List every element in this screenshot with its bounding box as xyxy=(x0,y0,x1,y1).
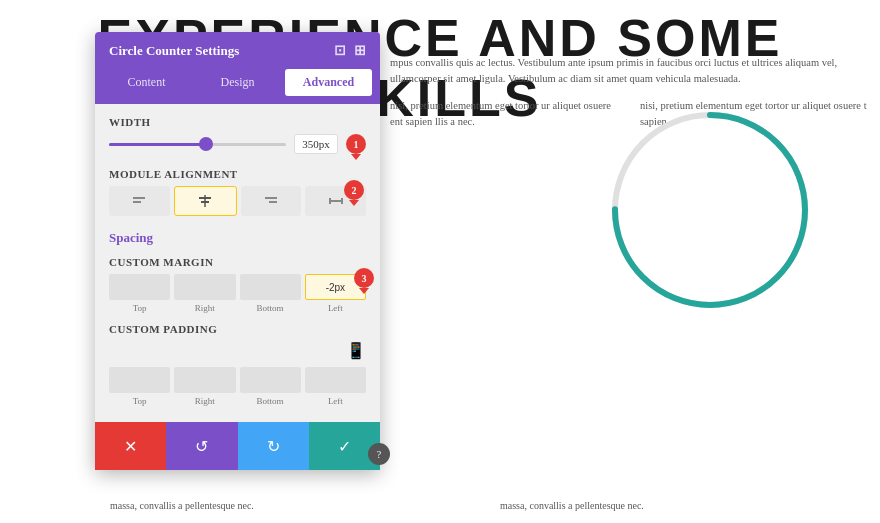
minimize-icon[interactable]: ⊡ xyxy=(334,42,346,59)
tab-design[interactable]: Design xyxy=(194,69,281,96)
spacing-heading: Spacing xyxy=(109,230,366,246)
padding-left: Left xyxy=(305,367,366,406)
margin-right: Right xyxy=(174,274,235,313)
padding-top: Top xyxy=(109,367,170,406)
undo-button[interactable]: ↺ xyxy=(166,422,237,470)
margin-bottom-label: Bottom xyxy=(257,303,284,313)
expand-icon[interactable]: ⊞ xyxy=(354,42,366,59)
svg-rect-7 xyxy=(265,197,277,199)
margin-grid: Top Right Bottom Left xyxy=(109,274,366,313)
margin-left-label: Left xyxy=(328,303,343,313)
help-tooltip[interactable]: ? xyxy=(368,443,390,465)
padding-label: Custom Padding xyxy=(109,323,366,335)
circle-counter xyxy=(600,100,820,320)
margin-right-label: Right xyxy=(195,303,215,313)
panel-tabs: Content Design Advanced xyxy=(95,69,380,104)
padding-right-input[interactable] xyxy=(174,367,235,393)
padding-left-label: Left xyxy=(328,396,343,406)
step-badge-1: 1 xyxy=(346,134,366,154)
panel-header-icons: ⊡ ⊞ xyxy=(334,42,366,59)
panel-title: Circle Counter Settings xyxy=(109,43,239,59)
step-badge-2: 2 xyxy=(344,180,364,200)
save-icon: ✓ xyxy=(338,437,351,456)
device-icon[interactable]: 📱 xyxy=(346,341,366,360)
width-label: Width xyxy=(109,116,366,128)
margin-top: Top xyxy=(109,274,170,313)
align-left-btn[interactable] xyxy=(109,186,170,216)
margin-top-input[interactable] xyxy=(109,274,170,300)
undo-icon: ↺ xyxy=(195,437,208,456)
panel-body: Width 350px 1 Module Alignment xyxy=(95,104,380,422)
tab-advanced[interactable]: Advanced xyxy=(285,69,372,96)
margin-bottom: Bottom xyxy=(240,274,301,313)
align-right-btn[interactable] xyxy=(241,186,302,216)
width-slider-row: 350px 1 xyxy=(109,134,366,154)
alignment-row: 2 xyxy=(109,186,366,216)
padding-bottom-input[interactable] xyxy=(240,367,301,393)
padding-right: Right xyxy=(174,367,235,406)
padding-grid: Top Right Bottom Left xyxy=(109,367,366,406)
tab-content[interactable]: Content xyxy=(103,69,190,96)
padding-top-label: Top xyxy=(133,396,147,406)
width-slider-fill xyxy=(109,143,206,146)
padding-top-input[interactable] xyxy=(109,367,170,393)
redo-icon: ↻ xyxy=(267,437,280,456)
cancel-button[interactable]: ✕ xyxy=(95,422,166,470)
align-center-btn[interactable] xyxy=(174,186,237,216)
margin-right-input[interactable] xyxy=(174,274,235,300)
alignment-label: Module Alignment xyxy=(109,168,366,180)
padding-bottom-label: Bottom xyxy=(257,396,284,406)
padding-bottom: Bottom xyxy=(240,367,301,406)
save-button[interactable]: ✓ xyxy=(309,422,380,470)
panel-footer: ✕ ↺ ↻ ✓ xyxy=(95,422,380,470)
padding-right-label: Right xyxy=(195,396,215,406)
redo-button[interactable]: ↻ xyxy=(238,422,309,470)
settings-panel: Circle Counter Settings ⊡ ⊞ Content Desi… xyxy=(95,32,380,470)
width-value[interactable]: 350px xyxy=(294,134,338,154)
cancel-icon: ✕ xyxy=(124,437,137,456)
margin-label: Custom Margin xyxy=(109,256,366,268)
svg-rect-2 xyxy=(133,197,145,199)
width-slider-track[interactable] xyxy=(109,143,286,146)
bottom-text: massa, convallis a pellentesque nec. mas… xyxy=(110,498,870,513)
width-slider-thumb[interactable] xyxy=(199,137,213,151)
step-badge-3: 3 xyxy=(354,268,374,288)
svg-rect-8 xyxy=(269,201,277,203)
margin-top-label: Top xyxy=(133,303,147,313)
padding-left-input[interactable] xyxy=(305,367,366,393)
panel-header: Circle Counter Settings ⊡ ⊞ xyxy=(95,32,380,69)
svg-rect-3 xyxy=(133,201,141,203)
margin-bottom-input[interactable] xyxy=(240,274,301,300)
